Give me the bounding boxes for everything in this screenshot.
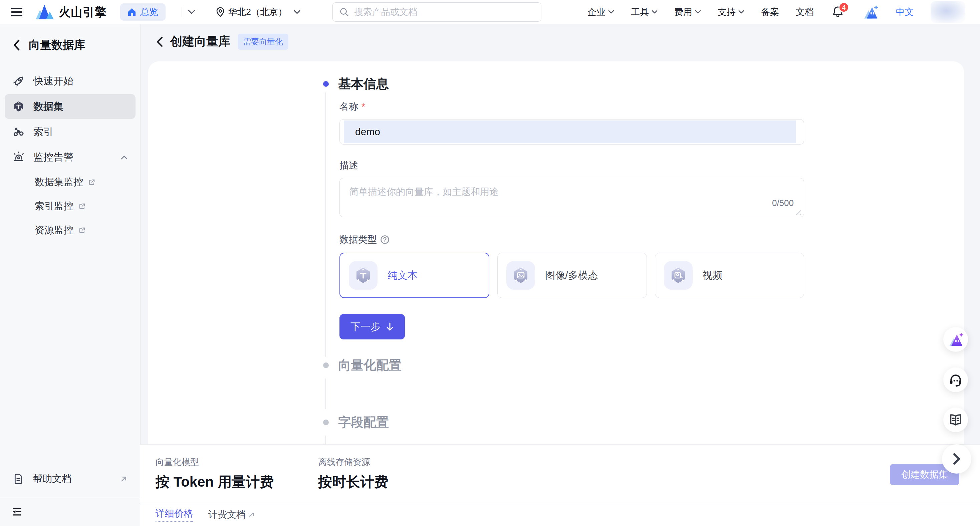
step-connector [325,378,964,409]
product-dropdown[interactable] [188,10,195,14]
nav-label: 工具 [631,6,649,18]
dtype-option-text[interactable]: 纯文本 [339,253,489,298]
help-question-icon[interactable] [380,235,390,244]
pricing-col-model: 向量化模型 按 Token 用量计费 [156,456,289,491]
dtype-option-video[interactable]: 视频 [655,253,804,298]
dtype-option-label: 纯文本 [388,269,418,282]
chevron-down-icon [294,10,301,14]
sidebar-subitem-resource-monitor[interactable]: 资源监控 [0,218,140,242]
sidebar-bottom: 帮助文档 [0,461,140,526]
siren-icon [13,151,25,163]
next-step-label: 下一步 [350,320,380,334]
pricing-value: 按时长计费 [318,473,452,491]
overview-label: 总览 [140,6,158,18]
steps-timeline: 基本信息 名称 * 描述 [148,61,964,466]
sidebar-item-label: 快速开始 [33,75,73,88]
ai-assistant-button[interactable] [862,4,879,20]
section-heading-fields: 字段配置 [338,414,389,431]
search-input[interactable] [353,7,535,18]
ai-mascot-button[interactable] [943,327,968,352]
sidebar-subitem-dataset-monitor[interactable]: 数据集监控 [0,170,140,194]
nav-enterprise[interactable]: 企业 [587,6,614,18]
sidebar-item-monitoring[interactable]: 监控告警 [5,145,135,170]
pricing-label: 离线存储资源 [318,456,452,468]
dtype-option-image[interactable]: 图像/多模态 [497,253,646,298]
sidebar-item-label: 监控告警 [33,151,73,164]
arrow-down-icon [386,322,394,331]
overview-button[interactable]: 总览 [120,3,165,21]
step-idle-dot [323,420,329,425]
dtype-option-label: 视频 [703,269,723,282]
name-label: 名称 [339,100,358,113]
expand-panel-button[interactable] [942,444,971,474]
breadcrumb: 创建向量库 需要向量化 [140,24,980,50]
nav-support[interactable]: 支持 [718,6,745,18]
chevron-down-icon [652,10,657,14]
nav-tools[interactable]: 工具 [631,6,657,18]
pricing-footer: 向量化模型 按 Token 用量计费 离线存储资源 按时长计费 详细价格 计费文… [140,444,980,526]
step-idle-dot [323,362,329,368]
billing-doc-link[interactable]: 计费文档 [208,508,255,521]
pricing-label: 向量化模型 [156,456,289,468]
char-counter: 0/500 [772,198,794,208]
region-selector[interactable]: 华北2（北京） [216,6,301,18]
pricing-col-storage: 离线存储资源 按时长计费 [318,456,452,491]
external-link-icon [78,226,86,234]
dtype-options: 纯文本 图像/多模态 视频 [339,253,804,298]
sidebar-item-indexes[interactable]: 索引 [5,119,135,144]
nav-label: 支持 [718,6,736,18]
detailed-price-link[interactable]: 详细价格 [156,507,193,522]
desc-textarea[interactable] [340,178,804,217]
language-switcher[interactable]: 中文 [896,6,914,18]
global-search[interactable] [332,2,541,22]
notifications-button[interactable]: 4 [830,5,845,19]
top-header: 火山引擎 总览 华北2（北京） 企业 工具 [0,0,980,24]
sidebar-subitem-index-monitor[interactable]: 索引监控 [0,194,140,218]
step-basic-info: 基本信息 [323,75,964,92]
header-right-nav: 企业 工具 费用 支持 备案 文档 4 [587,1,965,23]
sidebar-title: 向量数据库 [29,37,86,53]
avatar[interactable] [931,1,965,23]
sidebar-item-datasets[interactable]: 数据集 [5,94,135,119]
docs-button[interactable] [943,407,968,432]
chevron-left-icon [13,40,20,51]
headset-icon [948,372,963,387]
location-pin-icon [216,7,224,17]
sidebar-title-row: 向量数据库 [0,24,140,53]
page-title: 创建向量库 [170,33,230,50]
sidebar: 向量数据库 快速开始 数据集 索引 监控告警 [0,24,140,526]
nav-docs[interactable]: 文档 [796,6,814,18]
search-icon [339,7,349,17]
vectorize-required-badge: 需要向量化 [238,34,288,50]
graph-nodes-icon [13,126,25,138]
hamburger-menu-icon[interactable] [10,5,24,19]
desc-label: 描述 [339,159,358,172]
support-button[interactable] [943,367,968,392]
name-input[interactable] [344,126,796,138]
sidebar-collapse-button[interactable] [0,497,140,526]
pricing-divider [296,454,296,493]
sidebar-item-quickstart[interactable]: 快速开始 [5,69,135,94]
nav-icp[interactable]: 备案 [761,6,779,18]
document-icon [13,473,24,485]
brand-name: 火山引擎 [59,4,107,20]
name-label-row: 名称 * [339,100,964,113]
sidebar-back-button[interactable] [13,40,20,51]
next-step-button[interactable]: 下一步 [339,314,405,339]
step-vectorize-config: 向量化配置 [323,357,964,374]
rocket-icon [13,75,25,87]
brand-logo[interactable]: 火山引擎 [35,4,107,20]
chevron-down-icon [188,10,195,14]
sidebar-subitem-label: 索引监控 [35,200,73,213]
step-active-dot [323,81,329,87]
help-docs-link[interactable]: 帮助文档 [0,461,140,497]
pricing-value: 按 Token 用量计费 [156,473,289,491]
collapse-sidebar-icon [11,506,23,517]
page-back-button[interactable] [156,37,163,47]
required-asterisk: * [361,102,365,112]
chevron-down-icon [695,10,701,14]
nav-billing[interactable]: 费用 [674,6,701,18]
app-root: 火山引擎 总览 华北2（北京） 企业 工具 [0,0,980,526]
nav-label: 企业 [587,6,606,18]
billing-doc-label: 计费文档 [208,508,246,521]
